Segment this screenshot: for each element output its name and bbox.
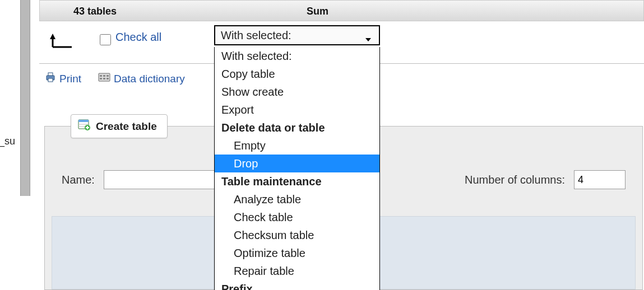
name-label: Name:	[62, 174, 95, 186]
option-copy-table[interactable]: Copy table	[215, 65, 379, 83]
option-check[interactable]: Check table	[215, 208, 379, 226]
with-selected-value: With selected:	[221, 29, 291, 41]
create-table-legend-text: Create table	[96, 120, 157, 133]
option-optimize[interactable]: Optimize table	[215, 244, 379, 262]
data-dictionary-icon	[98, 72, 110, 86]
chevron-down-icon	[364, 31, 372, 49]
columns-count-input[interactable]	[574, 170, 626, 189]
option-empty[interactable]: Empty	[215, 137, 379, 155]
printer-icon	[45, 72, 56, 86]
svg-rect-8	[103, 78, 105, 79]
check-all-checkbox[interactable]	[100, 34, 111, 45]
summary-tables-count: 43 tables	[73, 1, 117, 22]
svg-rect-5	[103, 75, 105, 77]
with-selected-listbox[interactable]: With selected: Copy table Show create Ex…	[214, 47, 380, 290]
svg-rect-2	[48, 78, 53, 82]
option-show-create[interactable]: Show create	[215, 83, 379, 101]
option-analyze[interactable]: Analyze table	[215, 190, 379, 208]
summary-sum-label: Sum	[307, 1, 328, 22]
svg-rect-3	[99, 73, 110, 81]
select-all-arrow-icon	[49, 32, 75, 49]
svg-rect-9	[106, 78, 109, 79]
optgroup-prefix: Prefix	[215, 280, 379, 290]
check-all-label[interactable]: Check all	[115, 31, 161, 44]
new-table-icon	[78, 119, 90, 133]
table-summary-header: 43 tables Sum	[39, 0, 644, 21]
sidebar-fragment-text: _su	[0, 135, 15, 147]
with-selected-dropdown[interactable]: With selected:	[214, 25, 380, 45]
print-label: Print	[59, 73, 81, 85]
svg-rect-11	[78, 120, 89, 122]
data-dictionary-link[interactable]: Data dictionary	[98, 72, 185, 86]
optgroup-maintenance: Table maintenance	[215, 172, 379, 190]
sidebar-scrollbar[interactable]	[20, 0, 30, 196]
option-checksum[interactable]: Checksum table	[215, 226, 379, 244]
svg-rect-4	[100, 75, 102, 77]
svg-rect-1	[48, 73, 53, 76]
columns-label: Number of columns:	[465, 174, 565, 186]
option-export[interactable]: Export	[215, 101, 379, 119]
option-repair[interactable]: Repair table	[215, 262, 379, 280]
svg-rect-6	[106, 75, 109, 77]
data-dictionary-label: Data dictionary	[114, 73, 185, 85]
option-with-selected[interactable]: With selected:	[215, 47, 379, 65]
print-link[interactable]: Print	[45, 72, 81, 86]
optgroup-delete: Delete data or table	[215, 119, 379, 137]
create-table-legend[interactable]: Create table	[71, 114, 168, 138]
svg-rect-7	[100, 78, 102, 79]
option-drop[interactable]: Drop	[215, 155, 379, 172]
